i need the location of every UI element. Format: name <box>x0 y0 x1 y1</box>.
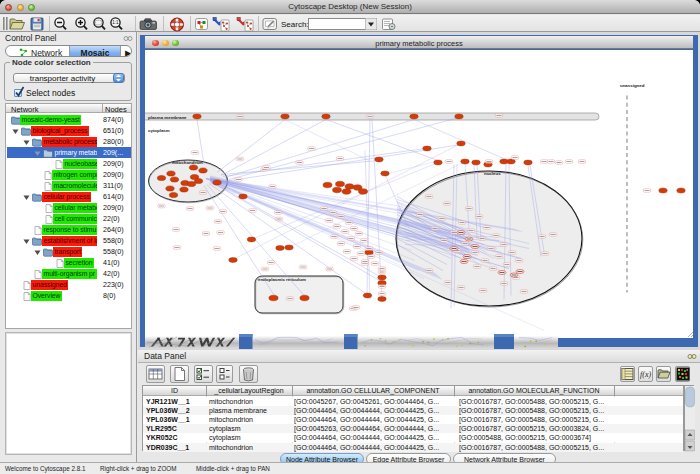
svg-text:mitochondrion: mitochondrion <box>172 160 203 165</box>
svg-text:nucleus: nucleus <box>484 171 501 176</box>
svg-text:1:1: 1:1 <box>112 20 119 25</box>
svg-text:f(x): f(x) <box>640 370 651 379</box>
svg-text:cytoplasm: cytoplasm <box>148 128 170 133</box>
svg-text:plasma membrane: plasma membrane <box>148 115 187 120</box>
svg-text:unassigned: unassigned <box>620 83 645 88</box>
